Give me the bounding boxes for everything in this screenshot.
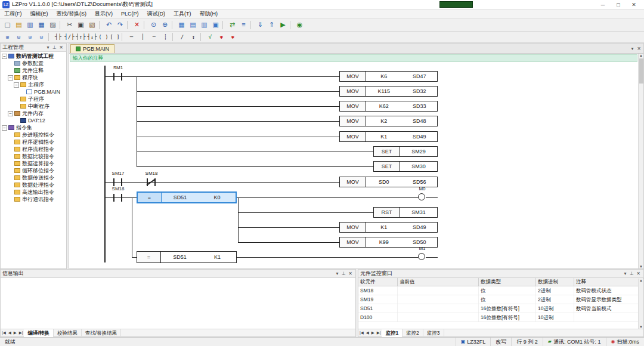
- tree-item[interactable]: 中断程序: [1, 103, 66, 110]
- instruction-box[interactable]: MOVK6SD47: [339, 71, 438, 82]
- tree-item[interactable]: DAT:12: [1, 117, 66, 124]
- delete-cell-icon[interactable]: ⊟: [13, 32, 24, 42]
- panel-pin-icon[interactable]: ⊥: [628, 271, 635, 276]
- instruction-box[interactable]: MOVK62SD33: [339, 101, 438, 112]
- instruction-box[interactable]: MOVK115SD32: [339, 86, 438, 97]
- monitor-vertical-scrollbar[interactable]: ▲ ▼: [638, 279, 643, 329]
- tree-expander-icon[interactable]: [2, 54, 7, 59]
- tab-find-replace-result[interactable]: 查找/替换结果: [82, 329, 121, 337]
- redo-icon[interactable]: ↷: [114, 20, 126, 30]
- separator[interactable]: [250, 21, 253, 29]
- menu-item[interactable]: 显示(V): [91, 10, 117, 18]
- maximize-button[interactable]: □: [611, 1, 626, 9]
- scroll-up-icon[interactable]: ▲: [639, 54, 643, 57]
- tab-monitor-2[interactable]: 监控2: [402, 329, 423, 337]
- menu-item[interactable]: 编辑(E): [26, 10, 52, 18]
- ladder-canvas[interactable]: 输入你的注释: [69, 54, 638, 268]
- star-icon[interactable]: ✱: [227, 32, 239, 42]
- tree-expander-icon[interactable]: [14, 82, 19, 88]
- cut-icon[interactable]: ✂: [64, 20, 75, 30]
- panel-close-icon[interactable]: ✕: [347, 271, 354, 276]
- tab-scroll-first-icon[interactable]: |◀: [358, 330, 365, 335]
- tree-item[interactable]: PGB:MAIN: [1, 88, 66, 95]
- delete-vline-icon[interactable]: ┆: [160, 32, 171, 42]
- separator[interactable]: [200, 33, 203, 41]
- insert-cell-icon[interactable]: ⊞: [2, 32, 13, 42]
- output-coil[interactable]: M0: [409, 185, 435, 205]
- tree-expander-icon[interactable]: [8, 190, 13, 195]
- contact-open-icon[interactable]: ┤├: [52, 32, 64, 42]
- tree-expander-icon[interactable]: [8, 197, 13, 202]
- output-coil[interactable]: M1: [409, 245, 435, 265]
- paste-icon[interactable]: ▧: [86, 20, 98, 30]
- new-file-icon[interactable]: ▢: [2, 20, 13, 30]
- editor-tab-pgb-main[interactable]: PGB:MAIN: [70, 44, 114, 53]
- save-all-icon[interactable]: ▦: [36, 20, 47, 30]
- tab-scroll-last-icon[interactable]: ▶|: [376, 330, 382, 335]
- minimize-button[interactable]: ─: [595, 1, 611, 9]
- open-file-icon[interactable]: ▤: [13, 20, 24, 30]
- tree-expander-icon[interactable]: [14, 118, 19, 123]
- tab-monitor-1[interactable]: 监控1: [382, 329, 402, 337]
- editor-vertical-scrollbar[interactable]: ▲ ▼: [638, 54, 643, 268]
- tree-expander-icon[interactable]: [8, 175, 13, 181]
- instruction-box[interactable]: SETSM30: [373, 161, 438, 172]
- tab-scroll-prev-icon[interactable]: ◀: [365, 330, 370, 335]
- tree-item[interactable]: 程序流程指令: [1, 146, 66, 153]
- tab-scroll-next-icon[interactable]: ▶: [370, 330, 376, 335]
- compile-icon[interactable]: ≡: [238, 20, 249, 30]
- instruction-box[interactable]: MOVK1SD49: [339, 131, 438, 142]
- tree-item[interactable]: 元件内存: [1, 110, 66, 117]
- tree-expander-icon[interactable]: [8, 140, 13, 145]
- separator[interactable]: [60, 21, 63, 29]
- monitor-table-row[interactable]: D100 16位整数[有符号] 10进制: [358, 313, 643, 322]
- column-header[interactable]: 当前值: [398, 278, 479, 286]
- column-header[interactable]: 软元件: [358, 278, 398, 286]
- tree-expander-icon[interactable]: [8, 111, 13, 116]
- tab-scroll-prev-icon[interactable]: ◀: [7, 330, 13, 335]
- tree-expander-icon[interactable]: [8, 168, 13, 174]
- tree-item[interactable]: 高速输出指令: [1, 189, 66, 196]
- separator[interactable]: [127, 21, 130, 29]
- separator[interactable]: [290, 21, 293, 29]
- copy-icon[interactable]: ▣: [75, 20, 86, 30]
- find-replace-icon[interactable]: ⊕: [159, 20, 171, 30]
- menu-item[interactable]: 帮助(H): [196, 10, 222, 18]
- contact-closed-icon[interactable]: ┤/├: [64, 32, 75, 42]
- contact-falling-icon[interactable]: ┤↓├: [86, 32, 98, 42]
- instruction-box[interactable]: SETSM29: [373, 146, 438, 157]
- tree-expander-icon[interactable]: [8, 61, 13, 66]
- tab-list-dropdown-icon[interactable]: ▾: [629, 46, 636, 51]
- close-button[interactable]: ✕: [626, 1, 642, 9]
- panel-dropdown-icon[interactable]: ▾: [334, 271, 340, 276]
- invert-icon[interactable]: ∕: [177, 32, 188, 42]
- tab-compile-convert[interactable]: 编译/转换: [24, 329, 53, 337]
- instruction-box[interactable]: MOVK1SD49: [339, 222, 438, 233]
- scroll-down-icon[interactable]: ▼: [639, 265, 643, 268]
- tree-item[interactable]: 主程序: [1, 81, 66, 88]
- undo-icon[interactable]: ↶: [103, 20, 114, 30]
- print-icon[interactable]: ▨: [47, 20, 58, 30]
- about-icon[interactable]: ◉: [294, 20, 305, 30]
- instruction-box[interactable]: RSTSM31: [373, 207, 438, 218]
- tab-scroll-last-icon[interactable]: ▶|: [18, 330, 24, 335]
- tree-expander-icon[interactable]: [20, 89, 25, 95]
- monitor-mode-icon[interactable]: ▶: [277, 20, 289, 30]
- contact-rising-icon[interactable]: ┤↑├: [75, 32, 86, 42]
- monitor-window-icon[interactable]: ▥: [199, 20, 210, 30]
- tree-item[interactable]: 参数配置: [1, 60, 66, 67]
- panel-dropdown-icon[interactable]: ▾: [45, 45, 51, 50]
- upload-plc-icon[interactable]: ⇑: [266, 20, 277, 30]
- tab-scroll-next-icon[interactable]: ▶: [13, 330, 18, 335]
- separator[interactable]: [99, 21, 102, 29]
- separator[interactable]: [172, 21, 175, 29]
- tree-expander-icon[interactable]: [8, 147, 13, 152]
- download-plc-icon[interactable]: ⇓: [255, 20, 266, 30]
- menu-item[interactable]: 调试(D): [143, 10, 170, 18]
- tab-monitor-3[interactable]: 监控3: [423, 329, 444, 337]
- tree-expander-icon[interactable]: [8, 154, 13, 159]
- separator[interactable]: [122, 33, 125, 41]
- menu-item[interactable]: 查找/替换(S): [52, 10, 91, 18]
- tree-expander-icon[interactable]: [2, 125, 7, 131]
- tab-close-icon[interactable]: ✕: [636, 46, 642, 51]
